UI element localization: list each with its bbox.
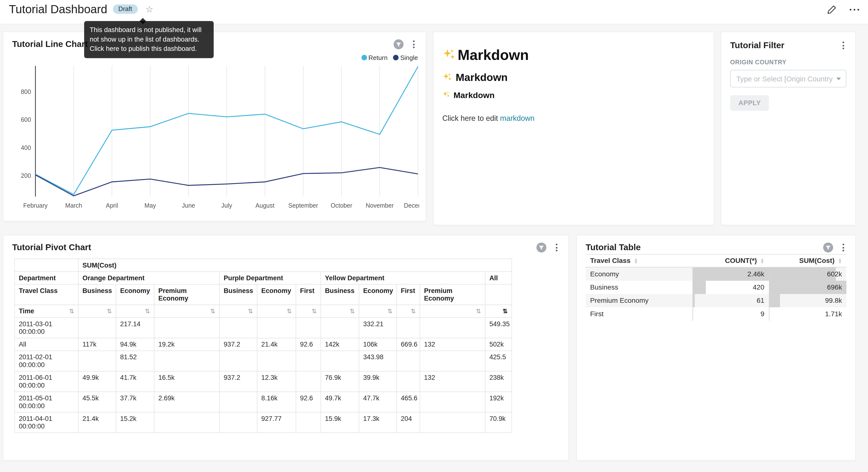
table-row[interactable]: Premium Economy 61 99.8k (586, 294, 846, 307)
pivot-sort-cell: ⇅ (321, 305, 359, 318)
sort-icon[interactable]: ⇅ (69, 307, 74, 315)
sort-icon[interactable]: ⇅ (410, 307, 416, 315)
publish-tooltip[interactable]: This dashboard is not published, it will… (84, 21, 214, 58)
star-icon[interactable]: ☆ (146, 4, 153, 15)
pivot-cell (154, 412, 220, 433)
markdown-card: Markdown Markdown Markdown Click here to… (433, 32, 714, 225)
sort-icon: ▲▼ (634, 258, 638, 264)
table-row[interactable]: First 9 1.71k (586, 307, 846, 321)
table-column-header[interactable]: Travel Class▲▼ (586, 254, 693, 267)
sum-cell: 696k (769, 281, 846, 294)
pivot-cell (420, 392, 485, 412)
pivot-row: 2011-02-01 00:00:0081.52343.98425.5 (15, 351, 512, 371)
pivot-cell (420, 351, 485, 371)
pivot-cell: 39.9k (359, 371, 397, 392)
kebab-menu-icon[interactable] (840, 40, 846, 51)
edit-pencil-icon[interactable] (827, 5, 836, 14)
pivot-table: SUM(Cost)DepartmentOrange DepartmentPurp… (14, 259, 512, 433)
sort-icon[interactable]: ⇅ (145, 307, 150, 315)
apply-button[interactable]: APPLY (730, 95, 769, 111)
sparkles-icon (442, 72, 452, 83)
table-column-header[interactable]: COUNT(*)▲▼ (693, 254, 769, 267)
pivot-cell (257, 351, 296, 371)
pivot-card-title: Tutorial Pivot Chart (12, 243, 91, 253)
pivot-cell: 204 (397, 412, 420, 433)
sort-icon[interactable]: ⇅ (311, 307, 317, 315)
pivot-group-header: Yellow Department (321, 272, 485, 285)
filter-section-label: ORIGIN COUNTRY (730, 59, 846, 65)
chart-title: Tutorial Line Chart (12, 39, 88, 50)
svg-text:600: 600 (21, 116, 31, 123)
sort-icon[interactable]: ⇅ (350, 307, 355, 315)
pivot-group-header: Purple Department (220, 272, 321, 285)
sort-icon[interactable]: ⇅ (106, 307, 112, 315)
pivot-cell: 238k (485, 371, 512, 392)
kebab-menu-icon[interactable] (840, 242, 846, 253)
pivot-cell: 70.9k (485, 412, 512, 433)
pivot-cell: 49.9k (78, 371, 116, 392)
kebab-menu-icon[interactable] (411, 39, 417, 50)
sort-icon[interactable]: ⇅ (286, 307, 292, 315)
pivot-cell: 927.77 (257, 412, 296, 433)
pivot-cell (397, 318, 420, 338)
pivot-cell: 502k (485, 338, 512, 351)
line-chart-plot: 200400600800FebruaryMarchAprilMayJuneJul… (11, 63, 419, 215)
pivot-class-header: Economy (359, 285, 397, 305)
svg-text:December: December (404, 202, 419, 209)
pivot-row-axis-label: Travel Class (15, 285, 78, 305)
pivot-cell: 343.98 (359, 351, 397, 371)
tutorial-table: Travel Class▲▼COUNT(*)▲▼SUM(Cost)▲▼ Econ… (586, 254, 846, 321)
filter-circle-icon[interactable] (536, 242, 547, 253)
pivot-class-header: Premium Economy (420, 285, 485, 305)
pivot-cell (420, 318, 485, 338)
table-row[interactable]: Business 420 696k (586, 281, 846, 294)
markdown-edit-link[interactable]: markdown (500, 114, 534, 122)
filter-circle-icon[interactable] (823, 242, 834, 253)
pivot-cell: 47.7k (359, 392, 397, 412)
pivot-cell: 106k (359, 338, 397, 351)
table-row[interactable]: Economy 2.46k 602k (586, 267, 846, 281)
pivot-class-header: Business (220, 285, 257, 305)
page-title: Tutorial Dashboard (9, 2, 107, 17)
pivot-cell: 192k (485, 392, 512, 412)
svg-text:February: February (23, 202, 48, 209)
pivot-class-header: Economy (257, 285, 296, 305)
pivot-row: 2011-06-01 00:00:0049.9k41.7k16.5k937.21… (15, 371, 512, 392)
draft-status-badge[interactable]: Draft (113, 4, 138, 14)
markdown-paragraph: Click here to edit markdown (442, 114, 705, 122)
pivot-cell: 132 (420, 371, 485, 392)
markdown-heading-3: Markdown (442, 90, 705, 99)
filter-circle-icon[interactable] (393, 39, 404, 50)
legend-item[interactable]: Return (361, 54, 388, 61)
table-column-header[interactable]: SUM(Cost)▲▼ (769, 254, 846, 267)
pivot-cell: 41.7k (116, 371, 154, 392)
markdown-heading-1: Markdown (442, 47, 705, 64)
pivot-cell (296, 318, 321, 338)
legend-item[interactable]: Single (393, 54, 418, 61)
sort-icon[interactable]: ⇅ (248, 307, 253, 315)
pivot-cell (420, 412, 485, 433)
markdown-heading-2: Markdown (442, 71, 705, 84)
pivot-cell: 45.5k (78, 392, 116, 412)
pivot-row: All117k94.9k19.2k937.221.4k92.6142k106k6… (15, 338, 512, 351)
sort-icon[interactable]: ⇅ (387, 307, 393, 315)
sort-icon[interactable]: ⇅ (502, 307, 507, 315)
sort-icon[interactable]: ⇅ (210, 307, 215, 315)
sort-icon[interactable]: ⇅ (476, 307, 481, 315)
count-cell: 9 (693, 307, 769, 321)
pivot-cell: 465.6 (397, 392, 420, 412)
pivot-cell: 669.6 (397, 338, 420, 351)
pivot-cell (397, 351, 420, 371)
pivot-cell: 937.2 (220, 371, 257, 392)
pivot-cell (154, 318, 220, 338)
pivot-cell (296, 412, 321, 433)
pivot-cell: 8.16k (257, 392, 296, 412)
origin-country-select[interactable]: Type or Select [Origin Country] (730, 70, 846, 87)
travel-class-cell: Premium Economy (586, 294, 693, 307)
pivot-sort-cell: ⇅ (359, 305, 397, 318)
kebab-menu-icon[interactable] (554, 242, 560, 253)
ellipsis-menu-icon[interactable] (849, 7, 859, 13)
pivot-cell: 92.6 (296, 392, 321, 412)
pivot-cell (397, 371, 420, 392)
pivot-sort-cell: ⇅ (116, 305, 154, 318)
